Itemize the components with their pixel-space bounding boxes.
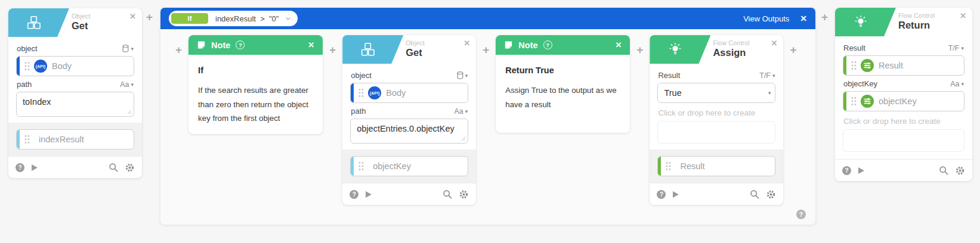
add-step-icon[interactable]: + xyxy=(636,44,643,55)
help-icon[interactable]: ? xyxy=(842,166,851,175)
step-variable-icon xyxy=(861,59,874,72)
step-variable-icon xyxy=(861,95,874,108)
step-header: Flow Control Return xyxy=(835,8,972,36)
drop-zone[interactable] xyxy=(657,121,775,144)
object-type-dropdown[interactable]: ▾ xyxy=(457,71,468,79)
drop-zone[interactable] xyxy=(843,129,964,152)
if-decision-container: If indexResult > "0" View Outputs ✕ + No… xyxy=(160,7,816,225)
step-footer: ? xyxy=(342,183,476,205)
output-field-objectkey[interactable]: objectKey xyxy=(350,156,468,176)
note-text: Assign True to the output as we have a r… xyxy=(505,83,620,111)
flow-canvas: ✕ Object Get object ▾ {API} Bo xyxy=(0,0,980,243)
path-type-dropdown[interactable]: Aa ▾ xyxy=(120,80,134,89)
boolean-type-icon: T/F xyxy=(948,44,960,52)
text-type-icon: Aa xyxy=(950,80,959,88)
step-category-label: Flow Control xyxy=(898,12,935,19)
objectkey-type-dropdown[interactable]: Aa ▾ xyxy=(950,80,964,88)
object-type-dropdown[interactable]: ▾ xyxy=(122,45,134,52)
objectkey-value-field[interactable]: objectKey xyxy=(843,91,964,111)
search-icon[interactable] xyxy=(443,189,452,199)
note-card-if[interactable]: Note ? ✕ If If the search results are gr… xyxy=(188,35,323,134)
object-value-field[interactable]: {API} Body xyxy=(350,83,468,103)
add-step-icon[interactable]: + xyxy=(146,11,153,23)
run-step-icon[interactable] xyxy=(858,167,865,175)
output-field-indexresult[interactable]: indexResult xyxy=(16,129,134,149)
drag-handle-icon[interactable] xyxy=(666,161,671,171)
step-footer: ? xyxy=(650,183,783,205)
output-token-label: objectKey xyxy=(373,161,411,171)
chevron-down-icon xyxy=(286,17,290,21)
close-icon[interactable]: ✕ xyxy=(960,12,966,20)
result-type-dropdown[interactable]: T/F ▾ xyxy=(948,44,964,52)
result-value-select[interactable]: True ▾ xyxy=(657,83,775,103)
drag-handle-icon[interactable] xyxy=(851,96,857,106)
if-condition-dropdown[interactable]: If indexResult > "0" xyxy=(169,11,298,26)
add-step-icon[interactable]: + xyxy=(821,11,828,23)
add-step-icon[interactable]: + xyxy=(175,44,182,55)
run-step-icon[interactable] xyxy=(365,191,372,198)
drag-handle-icon[interactable] xyxy=(24,61,30,71)
objectkey-token-label: objectKey xyxy=(879,96,917,106)
path-input[interactable]: objectEntries.0.objectKey xyxy=(350,119,468,144)
api-connector-icon: {API} xyxy=(34,60,47,73)
close-icon[interactable]: ✕ xyxy=(308,40,314,49)
step-title: Get xyxy=(406,47,425,58)
note-card-return-true[interactable]: Note ? ✕ Return True Assign True to the … xyxy=(496,35,630,133)
search-icon[interactable] xyxy=(750,189,759,199)
help-icon[interactable]: ? xyxy=(657,190,666,199)
drag-handle-icon[interactable] xyxy=(851,61,857,70)
object-token-label: Body xyxy=(52,61,72,71)
drag-handle-icon[interactable] xyxy=(358,88,364,98)
add-step-icon[interactable]: + xyxy=(790,44,796,55)
run-step-icon[interactable] xyxy=(31,164,38,172)
close-icon[interactable]: ✕ xyxy=(463,39,470,47)
settings-gear-icon[interactable] xyxy=(459,189,469,200)
result-type-dropdown[interactable]: T/F ▾ xyxy=(759,71,775,80)
path-type-dropdown[interactable]: Aa ▾ xyxy=(454,107,468,116)
settings-gear-icon[interactable] xyxy=(125,163,135,173)
search-icon[interactable] xyxy=(109,163,118,172)
step-card-assign[interactable]: ✕ Flow Control Assign Result T/F xyxy=(650,35,783,205)
view-outputs-button[interactable]: View Outputs xyxy=(743,14,789,23)
output-accent-bar xyxy=(658,157,661,176)
object-field-label: object xyxy=(17,44,38,53)
step-card-return[interactable]: ✕ Flow Control Return Result T/F ▾ xyxy=(835,8,972,181)
resize-handle-icon[interactable] xyxy=(127,110,132,114)
step-card-object-get-left[interactable]: ✕ Object Get object ▾ {API} Bo xyxy=(8,8,142,178)
help-icon[interactable]: ? xyxy=(543,40,552,49)
run-step-icon[interactable] xyxy=(672,191,679,198)
help-icon[interactable]: ? xyxy=(796,210,806,219)
step-outputs-section: objectKey xyxy=(342,149,476,183)
drag-handle-icon[interactable] xyxy=(358,161,364,171)
object-value-field[interactable]: {API} Body xyxy=(16,56,134,76)
path-field-label: path xyxy=(351,107,366,116)
settings-gear-icon[interactable] xyxy=(955,166,965,176)
search-icon[interactable] xyxy=(939,166,948,175)
output-token-label: indexResult xyxy=(39,135,84,144)
resize-handle-icon[interactable] xyxy=(461,136,466,141)
close-icon[interactable]: ✕ xyxy=(771,39,778,47)
path-field-label: path xyxy=(17,80,32,89)
output-field-result[interactable]: Result xyxy=(657,156,775,176)
object-cubes-icon xyxy=(360,42,376,57)
text-type-icon: Aa xyxy=(120,80,129,89)
add-step-icon[interactable]: + xyxy=(483,44,489,55)
result-field-label: Result xyxy=(658,71,680,80)
flow-control-category-block xyxy=(650,35,710,64)
add-step-icon[interactable]: + xyxy=(329,44,336,55)
step-card-object-get-inner[interactable]: ✕ Object Get object xyxy=(342,35,476,205)
database-icon xyxy=(122,45,129,52)
path-input[interactable]: toIndex xyxy=(16,92,134,117)
result-value-field[interactable]: Result xyxy=(843,55,964,76)
help-icon[interactable]: ? xyxy=(236,40,245,49)
close-icon[interactable]: ✕ xyxy=(800,14,807,23)
settings-gear-icon[interactable] xyxy=(766,189,776,200)
close-icon[interactable]: ✕ xyxy=(615,40,622,49)
drag-handle-icon[interactable] xyxy=(24,135,30,144)
drop-hint-text: Click or drop here to create xyxy=(658,108,775,117)
step-category-label: Flow Control xyxy=(713,39,749,46)
help-icon[interactable]: ? xyxy=(350,190,358,199)
help-icon[interactable]: ? xyxy=(16,163,24,172)
close-icon[interactable]: ✕ xyxy=(129,13,136,20)
chevron-down-icon: ▾ xyxy=(768,90,771,96)
